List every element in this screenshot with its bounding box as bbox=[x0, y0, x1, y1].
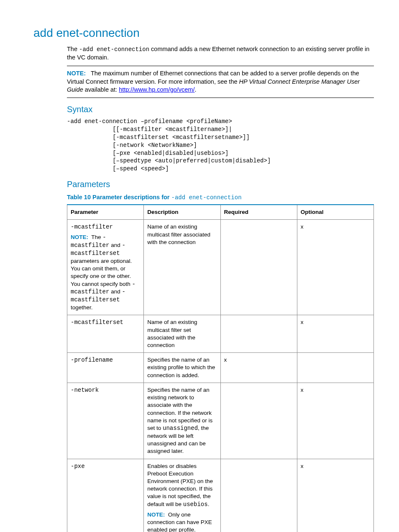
cell-required bbox=[220, 220, 297, 315]
desc-t2: . bbox=[208, 501, 210, 507]
desc-c1: usebios bbox=[183, 501, 208, 508]
intro-prefix: The bbox=[67, 46, 79, 52]
table-row: -pxe Enables or disables Preboot Executi… bbox=[67, 459, 374, 532]
param-code: -mcastfilter bbox=[71, 224, 113, 230]
note-period: . bbox=[194, 86, 196, 93]
page-title: add enet-connection bbox=[33, 25, 374, 41]
param-code: -network bbox=[71, 387, 99, 393]
syntax-block: -add enet-connection –profilename <profi… bbox=[67, 118, 374, 173]
col-required: Required bbox=[220, 205, 297, 220]
parameters-heading: Parameters bbox=[67, 179, 374, 190]
row-note-t5: together. bbox=[71, 304, 93, 311]
table-row: -network Specifies the name of an existi… bbox=[67, 383, 374, 459]
cell-required bbox=[220, 459, 297, 532]
col-optional: Optional bbox=[297, 205, 373, 220]
cell-description: Enables or disables Preboot Execution En… bbox=[144, 459, 220, 532]
row-note-t4: and bbox=[109, 288, 122, 295]
table-caption-lead: Table 10 Parameter descriptions for bbox=[67, 194, 171, 200]
row-note-label: NOTE: bbox=[147, 511, 165, 518]
cell-parameter: -mcastfilterset bbox=[67, 315, 144, 353]
cell-parameter: -network bbox=[67, 383, 144, 459]
cell-description: Name of an existing multicast filter set… bbox=[144, 315, 220, 353]
table-row: -mcastfilterset Name of an existing mult… bbox=[67, 315, 374, 353]
cell-optional: x bbox=[297, 383, 373, 459]
row-note-t1: The bbox=[91, 234, 102, 240]
note-text-2: available at: bbox=[83, 86, 119, 93]
row-note-t2: and bbox=[109, 242, 122, 248]
cell-optional: x bbox=[297, 459, 373, 532]
col-description: Description bbox=[144, 205, 220, 220]
table-row: -profilename Specifies the name of an ex… bbox=[67, 353, 374, 383]
param-code: -pxe bbox=[71, 463, 85, 470]
cell-required bbox=[220, 315, 297, 353]
row-note-t3: parameters are optional. You can omit th… bbox=[71, 258, 132, 287]
cell-parameter: -profilename bbox=[67, 353, 144, 383]
cell-optional bbox=[297, 353, 373, 383]
table-row: -mcastfilter NOTE: The -mcastfilter and … bbox=[67, 220, 374, 315]
note-link[interactable]: http://www.hp.com/go/vcem/ bbox=[119, 86, 194, 93]
cell-required: x bbox=[220, 353, 297, 383]
table-header-row: Parameter Description Required Optional bbox=[67, 205, 374, 220]
cell-description: Name of an existing multicast filter ass… bbox=[144, 220, 220, 315]
table-caption-code: -add enet-connection bbox=[171, 194, 242, 201]
parameters-table: Parameter Description Required Optional … bbox=[67, 204, 374, 532]
col-parameter: Parameter bbox=[67, 205, 144, 220]
desc-c1: unassigned bbox=[163, 425, 198, 432]
cell-description: Specifies the name of an existing profil… bbox=[144, 353, 220, 383]
intro-paragraph: The -add enet-connection command adds a … bbox=[67, 45, 374, 62]
syntax-heading: Syntax bbox=[67, 104, 374, 115]
cell-parameter: -pxe bbox=[67, 459, 144, 532]
intro-command: -add enet-connection bbox=[79, 46, 149, 53]
param-code: -mcastfilterset bbox=[71, 319, 123, 326]
cell-parameter: -mcastfilter NOTE: The -mcastfilter and … bbox=[67, 220, 144, 315]
row-note-label: NOTE: bbox=[71, 234, 88, 240]
table-caption: Table 10 Parameter descriptions for -add… bbox=[67, 193, 374, 202]
cell-required bbox=[220, 383, 297, 459]
cell-optional: x bbox=[297, 315, 373, 353]
param-code: -profilename bbox=[71, 357, 113, 363]
note-block: NOTE: The maximum number of Ethernet con… bbox=[67, 66, 374, 98]
cell-description: Specifies the name of an existing networ… bbox=[144, 383, 220, 459]
note-label: NOTE: bbox=[67, 70, 86, 77]
cell-optional: x bbox=[297, 220, 373, 315]
